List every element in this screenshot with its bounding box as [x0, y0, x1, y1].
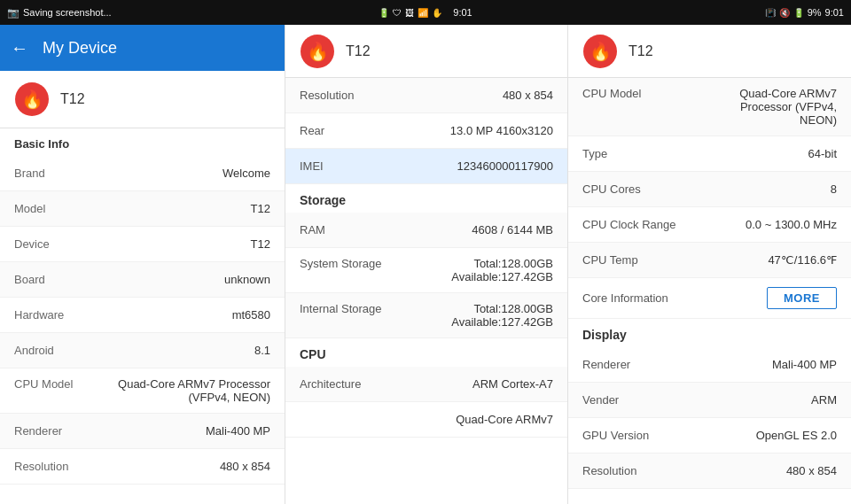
- label-cpu-model: CPU Model: [14, 377, 73, 391]
- device-name-left: T12: [60, 91, 85, 107]
- label-android: Android: [14, 344, 54, 357]
- right-content: CPU Model Quad-Core ARMv7 Processor (VFP…: [568, 78, 851, 504]
- table-row: CPU Cores 8: [568, 172, 851, 207]
- table-row: Model T12: [0, 191, 285, 227]
- label-internal-storage: Internal Storage: [300, 302, 382, 315]
- hand-icon-c: ✋: [432, 8, 442, 18]
- toolbar: ← My Device: [0, 25, 285, 71]
- value-renderer-r: Mali-400 MP: [772, 358, 837, 371]
- status-bar-left: 📷 Saving screenshot...: [7, 7, 112, 19]
- value-cpu-clock: 0.0 ~ 1300.0 MHz: [746, 218, 837, 231]
- more-button[interactable]: MORE: [767, 287, 837, 309]
- label-imei: IMEI: [300, 159, 324, 173]
- value-cpu-row2: Quad-Core ARMv7: [456, 413, 553, 426]
- table-row: Type 64-bit: [568, 136, 851, 172]
- toolbar-title: My Device: [43, 39, 117, 58]
- value-internal-storage: Total:128.00GB Available:127.42GB: [451, 302, 553, 329]
- shield-icon-c: 🛡: [393, 8, 402, 18]
- device-header-left: 🔥 T12: [0, 71, 285, 128]
- section-storage: Storage: [285, 184, 567, 213]
- status-bar-right: 📳 🔇 🔋 9% 9:01: [765, 7, 844, 18]
- value-resolution-m: 480 x 854: [503, 89, 553, 102]
- table-row: CPU Model Quad-Core ARMv7 Processor (VFP…: [0, 368, 285, 414]
- value-android: 8.1: [254, 344, 270, 357]
- table-row: Renderer Mali-400 MP: [0, 414, 285, 449]
- table-row: Internal Storage Total:128.00GB Availabl…: [285, 293, 567, 338]
- fire-icon-middle: 🔥: [300, 34, 335, 69]
- value-brand: Welcome: [223, 167, 270, 180]
- value-resolution-r: 480 x 854: [786, 464, 837, 477]
- label-system-storage: System Storage: [300, 257, 382, 270]
- battery-icon-c1: 🔋: [379, 8, 389, 18]
- table-row: Resolution 480 x 854: [568, 454, 851, 489]
- left-panel: ← My Device 🔥 T12 Basic Info Brand Welco…: [0, 25, 285, 504]
- table-row: Brand Welcome: [0, 156, 285, 191]
- table-row: Architecture ARM Cortex-A7: [285, 367, 567, 402]
- label-renderer-r: Renderer: [582, 358, 630, 371]
- time-right: 9:01: [825, 7, 844, 18]
- table-row: Resolution 480 x 854: [285, 78, 567, 113]
- table-row: CPU Temp 47℃/116.6℉: [568, 243, 851, 278]
- table-row: Resolution 480 x 854: [0, 449, 285, 485]
- device-header-middle: 🔥 T12: [285, 25, 567, 78]
- label-core-info: Core Information: [582, 291, 668, 305]
- section-cpu: CPU: [285, 338, 567, 367]
- value-model: T12: [251, 202, 270, 215]
- value-architecture: ARM Cortex-A7: [472, 377, 553, 391]
- label-device: Device: [14, 237, 50, 251]
- label-resolution-m: Resolution: [300, 89, 354, 102]
- label-renderer: Renderer: [14, 424, 62, 438]
- table-row: System Storage Total:128.00GB Available:…: [285, 248, 567, 293]
- label-resolution-l: Resolution: [14, 460, 68, 473]
- label-cpu-temp: CPU Temp: [582, 253, 638, 267]
- table-row: Core Information MORE: [568, 278, 851, 319]
- label-gpu-version: GPU Version: [582, 429, 649, 442]
- table-row: Device T12: [0, 227, 285, 262]
- label-cpu-cores: CPU Cores: [582, 182, 641, 196]
- table-row: Renderer Mali-400 MP: [568, 347, 851, 383]
- value-cpu-model: Quad-Core ARMv7 Processor (VFPv4, NEON): [111, 377, 270, 404]
- value-cpu-cores: 8: [831, 182, 837, 196]
- fire-icon-right: 🔥: [582, 34, 618, 69]
- table-row: CPU Model Quad-Core ARMv7 Processor (VFP…: [568, 78, 851, 136]
- svg-text:🔥: 🔥: [589, 41, 612, 62]
- value-rear: 13.0 MP 4160x3120: [450, 124, 553, 137]
- label-architecture: Architecture: [300, 377, 361, 391]
- label-cpu-model-r: CPU Model: [582, 87, 641, 100]
- svg-text:🔥: 🔥: [307, 41, 329, 62]
- time-center: 9:01: [453, 7, 472, 18]
- status-bar: 📷 Saving screenshot... 🔋 🛡 🖼 📶 ✋ 9:01 📳 …: [0, 0, 851, 25]
- value-type: 64-bit: [808, 147, 837, 160]
- wifi-icon-c: 📶: [418, 8, 428, 18]
- device-name-right: T12: [628, 43, 653, 59]
- table-row: Android 8.1: [0, 333, 285, 368]
- label-resolution-r: Resolution: [582, 464, 636, 477]
- value-system-storage: Total:128.00GB Available:127.42GB: [451, 257, 553, 283]
- section-display: Display: [568, 319, 851, 347]
- table-row: Board unknown: [0, 262, 285, 298]
- value-board: unknown: [224, 273, 270, 286]
- battery-icon-r: 🔋: [793, 8, 804, 18]
- vibrate-icon-r: 📳: [765, 8, 776, 18]
- section-basic-info: Basic Info: [0, 128, 285, 156]
- fire-icon-left: 🔥: [14, 81, 50, 117]
- back-button[interactable]: ←: [11, 38, 28, 58]
- value-hardware: mt6580: [232, 308, 270, 322]
- table-row: Hardware mt6580: [0, 298, 285, 333]
- label-hardware: Hardware: [14, 308, 64, 322]
- value-vender: ARM: [811, 393, 837, 407]
- table-row: IMEI 123460000117900: [285, 149, 567, 184]
- info-list: Basic Info Brand Welcome Model T12 Devic…: [0, 128, 285, 504]
- table-row: Vender ARM: [568, 383, 851, 418]
- value-resolution-l: 480 x 854: [220, 460, 270, 473]
- main-layout: ← My Device 🔥 T12 Basic Info Brand Welco…: [0, 25, 851, 504]
- label-rear: Rear: [300, 124, 324, 137]
- value-gpu-version: OpenGL ES 2.0: [756, 429, 837, 442]
- photo-icon-c: 🖼: [405, 8, 414, 18]
- right-panel: 🔥 T12 CPU Model Quad-Core ARMv7 Processo…: [568, 25, 851, 504]
- table-row: CPU Clock Range 0.0 ~ 1300.0 MHz: [568, 207, 851, 243]
- middle-panel: 🔥 T12 Resolution 480 x 854 Rear 13.0 MP …: [285, 25, 568, 504]
- table-row: Rear 13.0 MP 4160x3120: [285, 113, 567, 149]
- label-type: Type: [582, 147, 607, 160]
- status-text: Saving screenshot...: [23, 7, 112, 18]
